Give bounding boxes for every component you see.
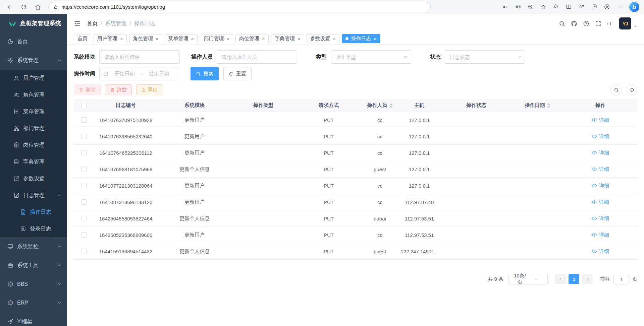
reset-button[interactable]: 重置: [223, 67, 252, 80]
next-page-button[interactable]: [582, 274, 593, 284]
breadcrumb-system[interactable]: 系统管理: [105, 20, 126, 27]
detail-link[interactable]: 详细: [592, 248, 609, 255]
select-all-checkbox[interactable]: [81, 103, 87, 108]
goto-page-input[interactable]: [613, 274, 629, 284]
row-checkbox[interactable]: [81, 167, 87, 172]
toggle-search-button[interactable]: [610, 84, 622, 95]
sort-carets-icon[interactable]: [389, 103, 393, 108]
detail-link[interactable]: 详细: [592, 133, 609, 140]
extensions-button[interactable]: [550, 1, 561, 13]
detail-link[interactable]: 详细: [592, 199, 609, 205]
sort-carets-icon[interactable]: [547, 103, 550, 108]
help-icon[interactable]: [583, 20, 589, 27]
sidebar-item[interactable]: BBS: [0, 275, 67, 294]
tab[interactable]: 部门管理 ×: [200, 34, 233, 43]
detail-link[interactable]: 详细: [592, 232, 609, 238]
github-icon[interactable]: [571, 20, 577, 27]
tab-close-icon[interactable]: ×: [226, 36, 229, 42]
refresh-table-button[interactable]: [626, 84, 637, 95]
operator-input[interactable]: [217, 50, 297, 64]
tab-close-icon[interactable]: ×: [333, 36, 336, 42]
tab[interactable]: 角色管理 ×: [129, 34, 162, 43]
favorites-button[interactable]: [576, 1, 587, 13]
tab[interactable]: 菜单管理 ×: [165, 34, 198, 43]
sidebar-item[interactable]: 登录日志: [0, 220, 67, 237]
detail-link[interactable]: 详细: [592, 215, 609, 222]
sidebar-item[interactable]: ERP: [0, 294, 67, 312]
prev-page-button[interactable]: [555, 274, 566, 284]
module-input[interactable]: [99, 50, 180, 64]
split-screen-button[interactable]: [563, 1, 574, 13]
refresh-button[interactable]: [18, 1, 30, 13]
detail-link[interactable]: 详细: [592, 183, 609, 189]
tab[interactable]: 首页: [74, 34, 91, 43]
sidebar-item[interactable]: 操作日志: [0, 204, 67, 220]
header-search-icon[interactable]: [559, 20, 565, 27]
sidebar-item[interactable]: 部门管理: [0, 120, 67, 137]
sidebar-item[interactable]: 字典管理: [0, 153, 67, 170]
tab-close-icon[interactable]: ×: [156, 36, 159, 42]
add-favorite-button[interactable]: [537, 1, 549, 13]
end-date-placeholder[interactable]: 结束日期: [143, 71, 176, 77]
row-checkbox[interactable]: [81, 216, 87, 221]
tab[interactable]: 参数设置 ×: [307, 34, 340, 43]
sidebar-item[interactable]: 参数设置: [0, 170, 67, 187]
sidebar-item[interactable]: 系统管理: [0, 51, 67, 70]
search-button[interactable]: 搜索: [191, 67, 219, 80]
profile-button[interactable]: [601, 1, 612, 13]
tab-close-icon[interactable]: ×: [374, 36, 377, 42]
tab-close-icon[interactable]: ×: [191, 36, 194, 42]
tab[interactable]: 操作日志 ×: [342, 34, 380, 43]
avatar-caret-down-icon[interactable]: [634, 24, 637, 28]
app-logo[interactable]: 意框架管理系统: [0, 14, 67, 32]
tab[interactable]: 用户管理 ×: [94, 34, 127, 43]
sidebar-item[interactable]: 用户管理: [0, 70, 67, 86]
type-select-input[interactable]: [331, 50, 411, 64]
browser-menu-button[interactable]: [614, 1, 625, 13]
clear-button[interactable]: 清空: [105, 84, 132, 95]
sidebar-item[interactable]: 首页: [0, 32, 67, 51]
row-checkbox[interactable]: [81, 134, 87, 139]
row-checkbox[interactable]: [81, 232, 87, 238]
fullscreen-icon[interactable]: [595, 20, 601, 27]
row-checkbox[interactable]: [81, 117, 87, 123]
sidebar-toggle-hamburger-icon[interactable]: [74, 20, 81, 27]
sidebar-item[interactable]: 系统监控: [0, 237, 67, 256]
copilot-bing-button[interactable]: b: [629, 1, 640, 13]
breadcrumb-home[interactable]: 首页: [87, 20, 98, 27]
detail-link[interactable]: 详细: [592, 117, 609, 123]
row-checkbox[interactable]: [81, 249, 87, 254]
tab-close-icon[interactable]: ×: [298, 36, 301, 42]
font-size-icon[interactable]: tT: [607, 20, 613, 27]
back-button[interactable]: [4, 1, 15, 13]
sidebar-item[interactable]: 系统工具: [0, 256, 67, 275]
export-button[interactable]: 导出: [136, 84, 163, 95]
tab-close-icon[interactable]: ×: [120, 36, 123, 42]
page-1-button[interactable]: 1: [569, 274, 579, 284]
col-date[interactable]: 操作日期: [512, 102, 564, 109]
tab[interactable]: 岗位管理 ×: [235, 34, 269, 43]
row-checkbox[interactable]: [81, 183, 87, 188]
sidebar-item[interactable]: 角色管理: [0, 86, 67, 103]
page-size-select[interactable]: 10条/页: [508, 274, 548, 284]
tab[interactable]: 字典管理 ×: [271, 34, 304, 43]
status-select[interactable]: [445, 50, 525, 64]
col-operator[interactable]: 操作人员: [362, 102, 397, 109]
zoom-out-button[interactable]: [525, 1, 536, 13]
collections-button[interactable]: [588, 1, 600, 13]
detail-link[interactable]: 详细: [592, 150, 609, 156]
sidebar-item[interactable]: Yi框架: [0, 312, 67, 326]
password-key-button[interactable]: [499, 1, 511, 13]
row-checkbox[interactable]: [81, 150, 87, 155]
detail-link[interactable]: 详细: [592, 166, 609, 173]
type-select[interactable]: [331, 50, 411, 64]
sidebar-item[interactable]: 日志管理: [0, 187, 67, 204]
start-date-placeholder[interactable]: 开始日期: [108, 71, 141, 77]
user-avatar[interactable]: YJ: [619, 17, 631, 29]
delete-button[interactable]: 删除: [74, 84, 101, 95]
tab-close-icon[interactable]: ×: [262, 36, 265, 42]
home-button[interactable]: [32, 1, 44, 13]
sidebar-item[interactable]: 岗位管理: [0, 137, 67, 153]
date-range-picker[interactable]: 开始日期 - 结束日期: [99, 67, 179, 80]
status-select-input[interactable]: [445, 50, 525, 64]
